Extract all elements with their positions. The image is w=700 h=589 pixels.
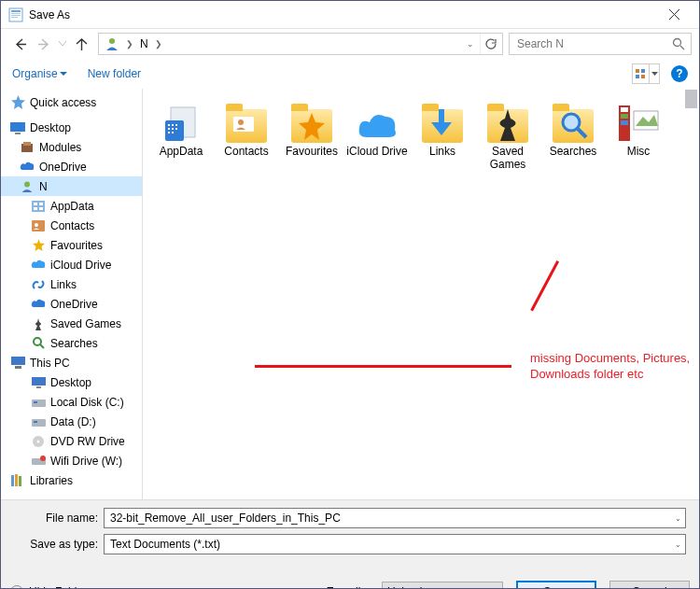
svg-rect-26: [32, 377, 46, 386]
cancel-button[interactable]: Cancel: [609, 581, 690, 589]
svg-rect-10: [641, 75, 645, 78]
annotation-line: [530, 260, 589, 328]
sidebar-item-quick-access[interactable]: Quick access: [1, 92, 142, 112]
svg-rect-37: [15, 474, 18, 486]
sidebar-item-desktop[interactable]: Desktop: [1, 118, 142, 137]
svg-rect-48: [172, 132, 174, 133]
svg-rect-46: [175, 128, 177, 130]
folder-favourites[interactable]: Favourites: [279, 98, 344, 178]
svg-point-35: [40, 456, 46, 461]
svg-rect-12: [15, 133, 21, 134]
drive-icon: [31, 414, 46, 429]
modules-icon: [20, 140, 35, 155]
sidebar-item-links[interactable]: Links: [1, 274, 142, 294]
sidebar-item-n[interactable]: N: [1, 176, 142, 196]
desktop-icon: [10, 120, 25, 135]
sidebar-item-savedgames[interactable]: Saved Games: [1, 314, 142, 333]
app-icon: [8, 7, 23, 22]
svg-point-51: [563, 114, 580, 131]
forward-button[interactable]: [33, 33, 55, 55]
folder-appdata[interactable]: AppData: [148, 98, 214, 178]
sidebar-item-wifidrive[interactable]: Wifi Drive (W:): [1, 451, 142, 470]
svg-rect-54: [621, 114, 628, 119]
user-icon: [20, 179, 35, 194]
back-button[interactable]: [8, 33, 31, 55]
svg-rect-31: [34, 421, 37, 423]
folder-contacts[interactable]: Contacts: [214, 98, 279, 178]
sidebar-item-data[interactable]: Data (D:): [1, 412, 142, 431]
svg-rect-55: [621, 120, 628, 125]
chevron-down-icon[interactable]: ⌄: [461, 39, 480, 49]
sidebar-item-searches[interactable]: Searches: [1, 333, 142, 353]
folder-links[interactable]: Links: [410, 98, 475, 178]
search-input[interactable]: Search N: [509, 33, 692, 55]
folder-misc[interactable]: Misc: [606, 98, 671, 178]
cloud-icon: [20, 160, 35, 175]
folder-icon: [224, 98, 269, 143]
address-bar[interactable]: ❯ N ❯ ⌄: [98, 33, 503, 55]
svg-rect-17: [34, 203, 37, 205]
chevron-down-icon: [60, 72, 67, 77]
folder-icloud[interactable]: iCloud Drive: [344, 98, 410, 178]
svg-rect-40: [165, 120, 184, 141]
arrow-left-icon: [13, 37, 27, 51]
sidebar-item-thispc[interactable]: This PC: [1, 353, 142, 372]
new-folder-button[interactable]: New folder: [88, 67, 141, 80]
refresh-button[interactable]: [480, 34, 500, 54]
command-bar: Organise New folder ?: [1, 59, 699, 89]
type-label: Save as type:: [10, 538, 104, 551]
breadcrumb-n[interactable]: N: [136, 34, 152, 54]
folder-icon: [289, 98, 334, 143]
svg-rect-2: [11, 13, 21, 14]
misc-icon: [616, 98, 661, 143]
sidebar-item-appdata[interactable]: AppData: [1, 196, 142, 216]
sidebar-item-icloud[interactable]: iCloud Drive: [1, 255, 142, 274]
sidebar-item-localdisk[interactable]: Local Disk (C:): [1, 392, 142, 412]
hide-folders-button[interactable]: Hide Folders: [10, 585, 92, 589]
type-select[interactable]: Text Documents (*.txt)⌄: [104, 534, 686, 554]
folder-icon: [420, 98, 465, 143]
refresh-icon: [484, 37, 497, 50]
libraries-icon: [10, 473, 25, 488]
sidebar-item-desktop2[interactable]: Desktop: [1, 372, 142, 392]
bottom-panel: File name: 32-bit_Remove_All_user_Folder…: [1, 499, 699, 568]
filename-input[interactable]: 32-bit_Remove_All_user_Folders_in_This_P…: [104, 508, 686, 528]
help-button[interactable]: ?: [671, 65, 688, 82]
svg-rect-47: [168, 132, 170, 133]
save-button[interactable]: Save: [516, 581, 596, 589]
svg-point-6: [674, 39, 681, 47]
encoding-select[interactable]: Unicode⌄: [382, 582, 503, 589]
sidebar-item-libraries[interactable]: Libraries: [1, 470, 142, 490]
svg-point-5: [109, 38, 115, 44]
svg-rect-44: [168, 128, 170, 130]
sidebar-item-modules[interactable]: Modules: [1, 137, 142, 157]
folder-savedgames[interactable]: Saved Games: [475, 98, 540, 178]
svg-rect-7: [636, 69, 639, 73]
arrow-up-icon: [75, 37, 89, 51]
chevron-down-icon: [59, 41, 66, 47]
svg-point-57: [11, 586, 23, 590]
chevron-right-icon: ❯: [152, 39, 165, 49]
nav-row: ❯ N ❯ ⌄ Search N: [1, 29, 699, 59]
sidebar-item-onedrive[interactable]: OneDrive: [1, 157, 142, 176]
up-button[interactable]: [70, 33, 92, 55]
svg-rect-4: [11, 17, 18, 18]
chevron-right-icon: ❯: [123, 39, 136, 49]
sidebar-item-contacts[interactable]: Contacts: [1, 216, 142, 235]
organise-button[interactable]: Organise: [12, 67, 67, 80]
close-button[interactable]: [653, 2, 695, 28]
breadcrumb-user[interactable]: [101, 34, 123, 54]
close-icon: [669, 9, 679, 20]
drive-icon: [31, 395, 46, 410]
sidebar-item-onedrive2[interactable]: OneDrive: [1, 294, 142, 314]
chevron-down-icon: ⌄: [675, 514, 681, 523]
sidebar-item-dvd[interactable]: DVD RW Drive: [1, 431, 142, 451]
link-icon: [31, 277, 46, 292]
folder-searches[interactable]: Searches: [540, 98, 606, 178]
file-pane[interactable]: AppData Contacts Favourites iCloud Drive…: [143, 89, 699, 499]
appdata-icon: [31, 199, 46, 214]
history-dropdown[interactable]: [57, 33, 68, 55]
sidebar-item-favourites[interactable]: Favourites: [1, 235, 142, 255]
view-options-button[interactable]: [632, 63, 660, 84]
star-icon: [10, 95, 25, 110]
